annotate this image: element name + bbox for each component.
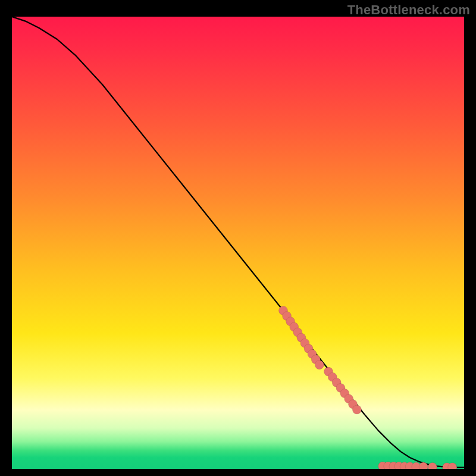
- chart-overlay: [12, 17, 464, 469]
- watermark-text: TheBottleneck.com: [347, 2, 470, 18]
- chart-frame: TheBottleneck.com: [0, 0, 476, 476]
- data-points: [279, 306, 457, 469]
- data-point: [315, 361, 324, 369]
- data-point: [428, 462, 437, 469]
- data-point: [352, 405, 361, 414]
- plot-area: [12, 17, 464, 469]
- data-curve: [12, 17, 464, 468]
